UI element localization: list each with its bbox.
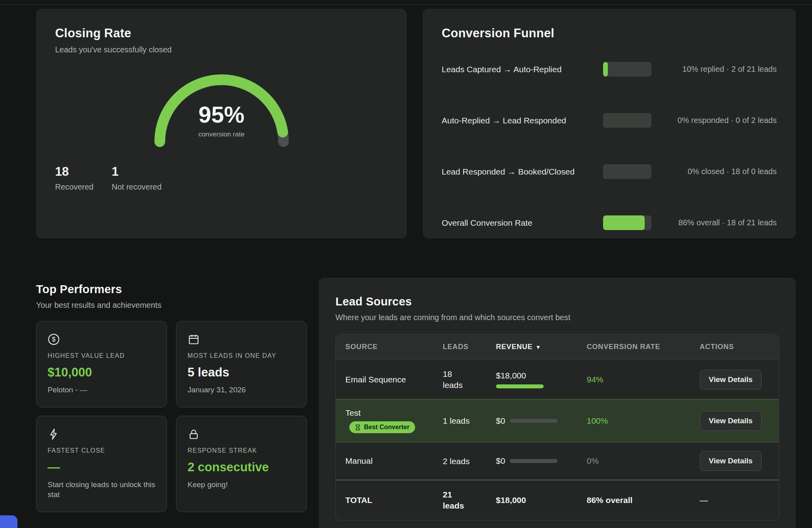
actions-cell: View Details <box>690 442 779 480</box>
conversion-value: 94% <box>587 375 603 384</box>
top-divider <box>0 4 812 5</box>
conversion-value: 100% <box>587 416 608 425</box>
stat-value: 1 <box>112 165 162 179</box>
lead-sources-subtitle: Where your leads are coming from and whi… <box>335 313 779 322</box>
top-performers-title: Top Performers <box>36 283 307 296</box>
leads-value: 18 leads <box>443 369 473 390</box>
funnel-row: Lead Responded → Booked/Closed 0% closed… <box>442 164 777 179</box>
revenue-cell: $0 <box>486 447 577 474</box>
performer-card: $ HIGHEST VALUE LEAD $10,000 Peloton - — <box>36 321 167 407</box>
source-cell: Email Sequence <box>336 366 433 393</box>
column-header[interactable]: CONVERSION RATE <box>577 334 690 359</box>
performer-card-caption: Keep going! <box>188 480 295 490</box>
funnel-stage-label: Leads Captured → Auto-Replied <box>442 65 597 74</box>
actions-cell: View Details <box>690 361 779 398</box>
leads-value: 2 leads <box>443 456 470 467</box>
top-cards-row: Closing Rate Leads you've successfully c… <box>36 9 796 238</box>
conversion-cell: 94% <box>577 366 690 393</box>
funnel-progress-bar <box>603 62 651 77</box>
funnel-stage-label: Lead Responded → Booked/Closed <box>442 167 597 177</box>
funnel-stage-label: Auto-Replied → Lead Responded <box>442 116 597 125</box>
closing-rate-subtitle: Leads you've successfully closed <box>55 45 388 54</box>
conversion-cell: 100% <box>577 407 690 434</box>
funnel-progress-bar <box>603 113 651 128</box>
svg-text:$: $ <box>52 336 56 343</box>
stat-label: Not recovered <box>112 182 162 192</box>
performer-card-value: $10,000 <box>48 365 155 380</box>
performer-card: RESPONSE STREAK 2 consecutive Keep going… <box>176 416 307 512</box>
hourglass-icon <box>355 424 361 430</box>
column-header[interactable]: REVENUE ▼ <box>486 334 577 359</box>
view-details-button[interactable]: View Details <box>700 411 762 431</box>
gauge-value: 95% <box>142 101 301 128</box>
revenue-cell: $18,000 <box>486 362 577 397</box>
column-header[interactable]: LEADS <box>433 334 486 359</box>
lead-sources-card: Lead Sources Where your leads are coming… <box>319 278 796 528</box>
column-header-label: REVENUE <box>496 343 533 351</box>
funnel-row: Leads Captured → Auto-Replied 10% replie… <box>442 62 777 77</box>
revenue-bar <box>496 384 544 388</box>
total-conversion: 86% overall <box>577 487 690 514</box>
leads-value: 1 leads <box>443 415 470 426</box>
source-name: Email Sequence <box>345 375 424 384</box>
table-row: Email Sequence 18 leads $18,000 94% Vi <box>336 359 779 399</box>
lead-sources-title: Lead Sources <box>335 295 779 308</box>
best-converter-badge: Best Converter <box>349 421 415 433</box>
source-name: Manual <box>345 456 424 466</box>
performer-card-value: — <box>48 460 155 474</box>
revenue-bar <box>510 459 557 463</box>
table-header-row: SOURCE LEADS REVENUE ▼ CONVERSION <box>336 334 779 359</box>
lock-icon <box>188 428 295 440</box>
sort-caret-icon: ▼ <box>535 344 541 350</box>
source-cell: Test Best Converter <box>336 399 433 442</box>
funnel-progress-bar <box>603 164 651 179</box>
table-total-row: TOTAL 21 leads $18,000 86% overall — <box>336 480 779 520</box>
top-performers-section: Top Performers Your best results and ach… <box>36 278 307 512</box>
stat-item: 18 Recovered <box>55 165 94 192</box>
revenue-cell: $0 <box>486 407 577 434</box>
view-details-button[interactable]: View Details <box>700 370 762 390</box>
performer-card-label: MOST LEADS IN ONE DAY <box>188 352 295 359</box>
source-cell: Manual <box>336 447 433 474</box>
column-header-label: CONVERSION RATE <box>587 343 661 351</box>
performer-card-value: 2 consecutive <box>188 460 295 474</box>
conversion-funnel-title: Conversion Funnel <box>442 26 777 40</box>
column-header[interactable]: SOURCE <box>336 334 433 359</box>
stat-label: Recovered <box>55 182 94 192</box>
stat-value: 18 <box>55 165 94 179</box>
revenue-bar <box>510 419 557 423</box>
gauge-caption: conversion rate <box>142 131 301 138</box>
closing-rate-title: Closing Rate <box>55 26 388 40</box>
performers-grid: $ HIGHEST VALUE LEAD $10,000 Peloton - — <box>36 321 307 512</box>
total-revenue: $18,000 <box>486 487 577 514</box>
total-actions-dash: — <box>690 487 779 514</box>
stat-item: 1 Not recovered <box>112 165 162 192</box>
performer-card-caption: Start closing leads to unlock this stat <box>48 480 155 500</box>
performer-card-caption: Peloton - — <box>48 385 155 395</box>
view-details-button[interactable]: View Details <box>700 451 762 471</box>
performer-card-label: FASTEST CLOSE <box>48 447 155 454</box>
source-name: Test <box>345 408 424 418</box>
table-row: Manual 2 leads $0 0% View Details <box>336 442 779 480</box>
conversion-cell: 0% <box>577 447 690 474</box>
badge-label: Best Converter <box>364 424 410 431</box>
column-header-label: LEADS <box>443 343 469 351</box>
lead-sources-table: SOURCE LEADS REVENUE ▼ CONVERSION <box>335 334 779 520</box>
leads-cell: 2 leads <box>433 447 486 476</box>
funnel-detail-text: 0% responded · 0 of 2 leads <box>658 116 777 125</box>
funnel-detail-text: 10% replied · 2 of 21 leads <box>658 65 777 74</box>
funnel-row: Overall Conversion Rate 86% overall · 18… <box>442 215 777 230</box>
total-leads: 21 leads <box>433 480 486 520</box>
funnel-detail-text: 0% closed · 18 of 0 leads <box>658 167 777 176</box>
funnel-detail-text: 86% overall · 18 of 21 leads <box>658 218 777 227</box>
total-label: TOTAL <box>336 487 433 514</box>
revenue-value: $18,000 <box>496 371 526 380</box>
dev-tools-widget[interactable] <box>0 515 17 528</box>
column-header[interactable]: ACTIONS <box>690 334 779 359</box>
column-header-label: SOURCE <box>345 343 378 351</box>
performer-card: MOST LEADS IN ONE DAY 5 leads January 31… <box>176 321 307 407</box>
dollar-circle-icon: $ <box>48 333 155 346</box>
conversion-value: 0% <box>587 456 599 465</box>
funnel-progress-fill <box>603 62 608 77</box>
performer-card: FASTEST CLOSE — Start closing leads to u… <box>36 416 167 512</box>
